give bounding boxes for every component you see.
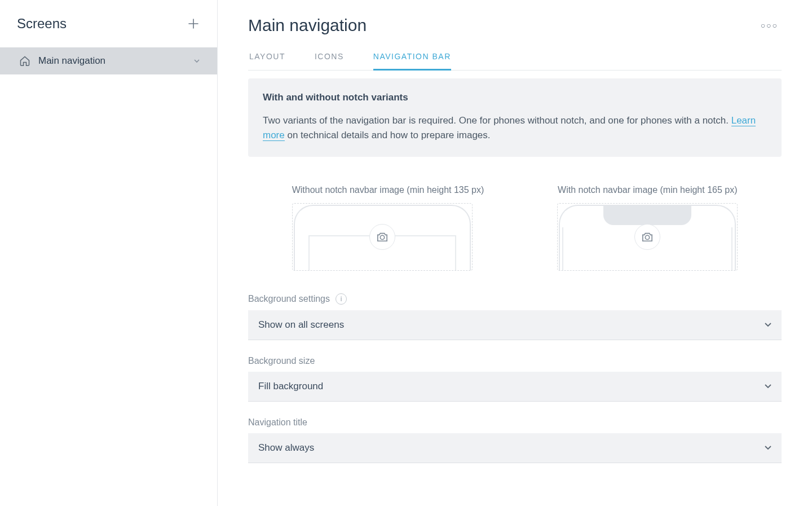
background-size-value: Fill background — [258, 381, 323, 392]
info-text-2: on technical details and how to prepare … — [285, 130, 491, 140]
main-content: Main navigation ○○○ Layout Icons Navigat… — [218, 0, 812, 506]
background-settings-label: Background settings — [248, 294, 330, 304]
tab-icons[interactable]: Icons — [315, 52, 344, 70]
svg-point-0 — [380, 235, 384, 239]
more-horizontal-icon: ○○○ — [761, 21, 778, 30]
sidebar-header: Screens — [0, 0, 217, 47]
navigation-title-label: Navigation title — [248, 417, 307, 428]
background-size-label: Background size — [248, 356, 315, 366]
upload-with-notch-button[interactable] — [634, 224, 660, 250]
upload-without-notch: Without notch navbar image (min height 1… — [292, 185, 484, 271]
navigation-title-select[interactable]: Show always — [248, 433, 782, 463]
upload-row: Without notch navbar image (min height 1… — [248, 185, 782, 271]
with-notch-preview — [557, 203, 738, 271]
svg-point-1 — [646, 235, 650, 239]
sidebar: Screens Main navigation — [0, 0, 218, 506]
field-background-settings: Background settings i Show on all screen… — [248, 293, 782, 340]
main-header: Main navigation ○○○ — [248, 16, 782, 35]
upload-with-notch: With notch navbar image (min height 165 … — [557, 185, 738, 271]
caret-down-icon — [765, 323, 771, 327]
camera-icon — [641, 231, 654, 243]
upload-without-notch-label: Without notch navbar image (min height 1… — [292, 185, 484, 195]
background-size-select[interactable]: Fill background — [248, 372, 782, 402]
without-notch-preview — [292, 203, 473, 271]
more-options-button[interactable]: ○○○ — [757, 17, 782, 33]
upload-with-notch-label: With notch navbar image (min height 165 … — [557, 185, 738, 195]
camera-icon — [376, 231, 389, 243]
field-background-size: Background size Fill background — [248, 356, 782, 402]
tab-layout[interactable]: Layout — [249, 52, 285, 70]
background-settings-select[interactable]: Show on all screens — [248, 310, 782, 340]
plus-icon — [188, 18, 199, 29]
info-box-body: Two variants of the navigation bar is re… — [263, 113, 767, 143]
tabs: Layout Icons Navigation Bar — [248, 52, 782, 71]
page-title: Main navigation — [248, 16, 367, 35]
info-box: With and without notch variants Two vari… — [248, 78, 782, 157]
home-icon — [19, 55, 30, 67]
caret-down-icon — [765, 446, 771, 450]
add-screen-button[interactable] — [187, 17, 200, 30]
caret-down-icon — [765, 384, 771, 389]
tab-navigation-bar[interactable]: Navigation Bar — [373, 52, 451, 71]
background-settings-value: Show on all screens — [258, 319, 344, 331]
chevron-down-icon — [193, 58, 200, 64]
upload-without-notch-button[interactable] — [369, 224, 395, 250]
navigation-title-value: Show always — [258, 442, 314, 454]
info-icon[interactable]: i — [336, 293, 347, 305]
sidebar-item-label: Main navigation — [38, 55, 186, 67]
sidebar-title: Screens — [17, 16, 67, 32]
sidebar-item-main-navigation[interactable]: Main navigation — [0, 47, 217, 74]
info-box-title: With and without notch variants — [263, 92, 767, 103]
info-text-1: Two variants of the navigation bar is re… — [263, 115, 731, 126]
field-navigation-title: Navigation title Show always — [248, 417, 782, 463]
